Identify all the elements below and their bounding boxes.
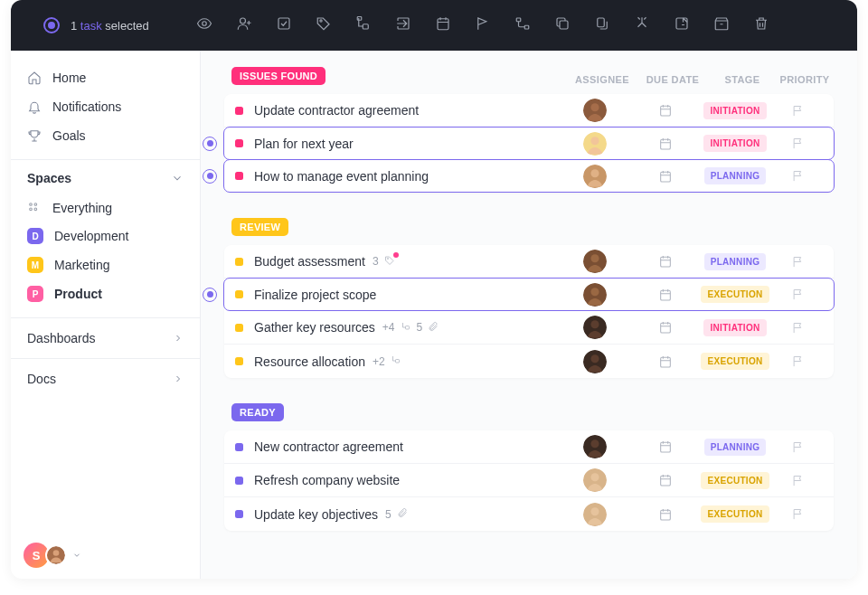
priority-cell[interactable] xyxy=(769,104,826,118)
group-label[interactable]: ISSUES FOUND xyxy=(231,67,326,85)
copy-icon[interactable] xyxy=(594,15,610,35)
due-date-cell[interactable] xyxy=(629,288,702,302)
due-date-icon[interactable] xyxy=(435,15,451,35)
attachment-count[interactable]: 5 xyxy=(417,321,423,334)
task-row[interactable]: Gather key resources +45 INITIATION xyxy=(224,311,834,345)
nav-home[interactable]: Home xyxy=(11,63,200,92)
stage-cell[interactable]: EXECUTION xyxy=(702,353,769,370)
nav-notifications[interactable]: Notifications xyxy=(11,92,200,121)
priority-cell[interactable] xyxy=(769,169,826,183)
nav-docs[interactable]: Docs xyxy=(11,358,200,399)
stage-cell[interactable]: PLANNING xyxy=(702,439,769,456)
due-date-cell[interactable] xyxy=(629,507,702,522)
due-date-cell[interactable] xyxy=(629,169,702,184)
stage-cell[interactable]: EXECUTION xyxy=(702,505,769,523)
status-square[interactable] xyxy=(235,258,243,266)
assignee-cell[interactable] xyxy=(561,350,629,373)
stage-cell[interactable]: PLANNING xyxy=(702,167,769,184)
task-row[interactable]: Update contractor agreement INITIATION xyxy=(224,94,834,128)
stage-cell[interactable]: PLANNING xyxy=(702,253,769,270)
space-development[interactable]: D Development xyxy=(11,222,200,250)
selection-indicator-icon[interactable] xyxy=(203,288,217,302)
status-square[interactable] xyxy=(235,443,243,451)
task-title[interactable]: Resource allocation xyxy=(254,354,365,369)
status-icon[interactable] xyxy=(276,15,292,35)
due-date-cell[interactable] xyxy=(629,137,702,151)
status-square[interactable] xyxy=(235,324,243,332)
dependencies-icon[interactable] xyxy=(514,15,531,35)
assignee-cell[interactable] xyxy=(561,435,629,458)
merge-icon[interactable] xyxy=(634,15,650,35)
priority-cell[interactable] xyxy=(769,321,826,335)
delete-icon[interactable] xyxy=(753,15,769,35)
task-title[interactable]: Update key objectives xyxy=(254,507,378,522)
due-date-cell[interactable] xyxy=(629,254,702,269)
task-title[interactable]: New contractor agreement xyxy=(254,439,403,454)
assignee-cell[interactable] xyxy=(561,316,629,339)
status-square[interactable] xyxy=(235,139,243,147)
task-row[interactable]: Finalize project scope EXECUTION xyxy=(223,278,835,311)
stage-cell[interactable]: INITIATION xyxy=(702,135,769,152)
task-row[interactable]: Plan for next year INITIATION xyxy=(223,127,835,160)
priority-cell[interactable] xyxy=(769,474,826,487)
priority-cell[interactable] xyxy=(769,288,826,301)
task-row[interactable]: How to manage event planning PLANNING xyxy=(223,159,835,193)
due-date-cell[interactable] xyxy=(629,439,702,454)
group-label[interactable]: REVIEW xyxy=(231,218,288,236)
assignee-cell[interactable] xyxy=(561,132,629,156)
assignee-cell[interactable] xyxy=(561,503,629,526)
move-icon[interactable] xyxy=(395,15,411,35)
priority-cell[interactable] xyxy=(769,137,826,150)
priority-cell[interactable] xyxy=(769,354,826,368)
stage-cell[interactable]: INITIATION xyxy=(702,319,769,336)
task-row[interactable]: Resource allocation +2 EXECUTION xyxy=(224,345,834,378)
task-row[interactable]: Budget assessment 3 PLANNING xyxy=(224,245,834,279)
watch-icon[interactable] xyxy=(196,15,212,35)
status-square[interactable] xyxy=(235,357,243,365)
space-everything[interactable]: Everything xyxy=(11,194,200,222)
stage-cell[interactable]: EXECUTION xyxy=(702,286,769,303)
due-date-cell[interactable] xyxy=(629,473,702,487)
assign-icon[interactable] xyxy=(236,15,252,35)
assignee-cell[interactable] xyxy=(561,165,629,188)
nav-goals[interactable]: Goals xyxy=(11,121,200,150)
task-title[interactable]: How to manage event planning xyxy=(254,169,429,184)
due-date-cell[interactable] xyxy=(629,320,702,335)
task-row[interactable]: Update key objectives 5 EXECUTION xyxy=(224,497,834,531)
task-title[interactable]: Gather key resources xyxy=(254,320,375,335)
space-marketing[interactable]: M Marketing xyxy=(11,250,200,279)
workspace-switcher[interactable]: S xyxy=(24,543,81,568)
group-label[interactable]: READY xyxy=(231,403,284,421)
task-title[interactable]: Plan for next year xyxy=(254,137,354,151)
comment-count[interactable]: 3 xyxy=(373,255,379,268)
status-square[interactable] xyxy=(235,510,243,518)
status-square[interactable] xyxy=(235,107,243,115)
subtask-count[interactable]: +4 xyxy=(382,321,395,334)
duplicate-icon[interactable] xyxy=(554,15,571,35)
task-title[interactable]: Update contractor agreement xyxy=(254,103,419,118)
assignee-cell[interactable] xyxy=(561,283,629,307)
task-title[interactable]: Budget assessment xyxy=(254,254,365,269)
subtask-count[interactable]: +2 xyxy=(373,355,385,368)
status-square[interactable] xyxy=(235,477,243,485)
stage-cell[interactable]: EXECUTION xyxy=(702,472,769,489)
status-square[interactable] xyxy=(235,290,243,298)
task-row[interactable]: Refresh company website EXECUTION xyxy=(224,464,834,497)
due-date-cell[interactable] xyxy=(629,103,702,118)
nav-dashboards[interactable]: Dashboards xyxy=(11,317,200,358)
assignee-cell[interactable] xyxy=(561,99,629,122)
due-date-cell[interactable] xyxy=(629,354,702,369)
attachment-count[interactable]: 5 xyxy=(385,508,392,521)
convert-subtask-icon[interactable] xyxy=(355,15,372,35)
priority-cell[interactable] xyxy=(769,507,826,521)
assignee-cell[interactable] xyxy=(561,250,629,273)
selection-indicator-icon[interactable] xyxy=(203,169,217,184)
priority-cell[interactable] xyxy=(769,255,826,269)
tag-icon[interactable] xyxy=(316,15,332,35)
task-title[interactable]: Refresh company website xyxy=(254,473,400,487)
task-title[interactable]: Finalize project scope xyxy=(254,288,376,302)
stage-cell[interactable]: INITIATION xyxy=(702,102,769,119)
space-product[interactable]: P Product xyxy=(11,279,200,308)
task-row[interactable]: New contractor agreement PLANNING xyxy=(224,430,834,464)
archive-icon[interactable] xyxy=(713,15,730,35)
